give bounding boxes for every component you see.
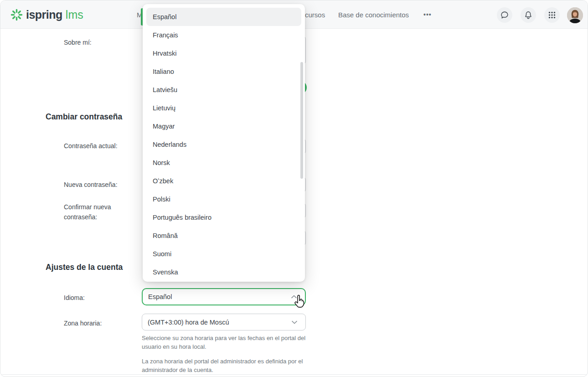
- language-select[interactable]: Español: [142, 288, 306, 305]
- language-option[interactable]: Hrvatski: [146, 44, 301, 62]
- language-option[interactable]: Norsk: [146, 154, 301, 172]
- chat-icon: [500, 10, 510, 20]
- account-settings-title: Ajustes de la cuenta: [46, 263, 123, 272]
- language-option[interactable]: Suomi: [146, 245, 301, 263]
- apps-button[interactable]: [544, 7, 560, 23]
- new-password-label: Nueva contraseña:: [64, 180, 118, 190]
- timezone-admin-note: La zona horaria del portal del administr…: [142, 357, 311, 374]
- current-password-label: Contraseña actual:: [64, 141, 118, 151]
- language-dropdown-menu: EspañolFrançaisHrvatskiItalianoLatviešuL…: [143, 4, 305, 282]
- confirm-password-label: Confirmar nueva contraseña:: [64, 202, 128, 222]
- logo-product-text: lms: [66, 8, 83, 21]
- language-option[interactable]: Polski: [146, 190, 301, 208]
- avatar-photo: [567, 7, 583, 23]
- language-option[interactable]: Oʻzbek: [146, 172, 301, 190]
- cursor-pointer: [293, 294, 306, 311]
- logo-brand-text: ispring: [26, 8, 62, 21]
- spinner-logo-icon: [10, 9, 23, 21]
- notifications-button[interactable]: [521, 7, 536, 23]
- language-option[interactable]: Română: [146, 227, 301, 245]
- ispring-lms-logo[interactable]: ispring lms: [10, 0, 83, 29]
- language-option[interactable]: Nederlands: [146, 135, 301, 154]
- language-option[interactable]: Magyar: [146, 117, 301, 135]
- language-option[interactable]: Português brasileiro: [146, 208, 301, 227]
- section-divider: [0, 374, 588, 375]
- change-password-title: Cambiar contraseña: [46, 112, 122, 122]
- timezone-help-text: Seleccione su zona horaria para ver las …: [142, 334, 311, 351]
- dropdown-scrollbar-thumb[interactable]: [300, 62, 303, 179]
- timezone-label: Zona horaria:: [64, 318, 102, 328]
- chevron-down-icon: [292, 320, 297, 324]
- language-select-value: Español: [148, 293, 172, 300]
- language-option[interactable]: Svenska: [146, 263, 301, 281]
- bell-icon: [523, 10, 533, 20]
- user-avatar[interactable]: [567, 7, 583, 23]
- app-window: ispring lms M cursos Base de conocimient…: [0, 0, 588, 377]
- language-label: Idioma:: [64, 293, 85, 303]
- language-option[interactable]: Italiano: [146, 62, 301, 81]
- language-option[interactable]: Español: [146, 8, 301, 26]
- language-option[interactable]: Français: [146, 26, 301, 44]
- nav-more-menu[interactable]: •••: [423, 11, 432, 18]
- apps-grid-icon: [547, 10, 557, 20]
- language-option[interactable]: Latviešu: [146, 81, 301, 99]
- timezone-select[interactable]: (GMT+3:00) hora de Moscú: [142, 314, 306, 331]
- language-option[interactable]: Lietuvių: [146, 99, 301, 117]
- timezone-select-value: (GMT+3:00) hora de Moscú: [148, 319, 229, 326]
- nav-item-fragment-cursos[interactable]: cursos: [305, 11, 325, 19]
- chat-button[interactable]: [497, 7, 512, 23]
- about-me-label: Sobre mí:: [64, 37, 92, 47]
- nav-item-knowledge-base[interactable]: Base de conocimientos: [338, 11, 409, 19]
- language-options-list: EspañolFrançaisHrvatskiItalianoLatviešuL…: [146, 8, 301, 281]
